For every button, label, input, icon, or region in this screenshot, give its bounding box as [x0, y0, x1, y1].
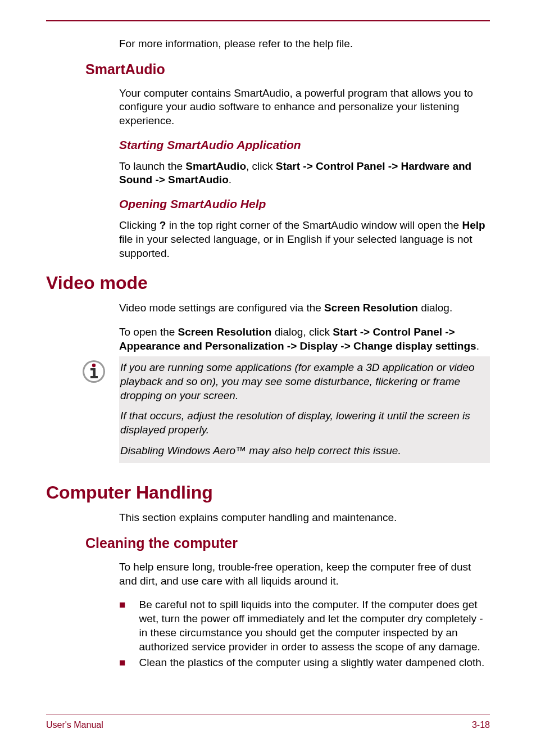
footer-left: User's Manual [46, 720, 103, 730]
bold-text: Help [462, 219, 485, 231]
text: Clicking [119, 219, 160, 231]
bold-text: Screen Resolution [178, 326, 272, 338]
svg-rect-5 [90, 376, 98, 378]
opening-para: Clicking ? in the top right corner of th… [119, 219, 490, 260]
smartaudio-para: Your computer contains SmartAudio, a pow… [119, 87, 490, 128]
starting-heading: Starting SmartAudio Application [119, 138, 490, 152]
text: . [476, 340, 479, 352]
text: dialog. [418, 302, 452, 314]
videomode-para2: To open the Screen Resolution dialog, cl… [119, 325, 490, 353]
bold-text: Screen Resolution [324, 302, 418, 314]
list-item: ■ Be careful not to spill liquids into t… [119, 598, 490, 654]
footer-right: 3-18 [472, 720, 490, 730]
info-icon [82, 360, 106, 383]
text: dialog, click [271, 326, 333, 338]
text: in the top right corner of the SmartAudi… [166, 219, 462, 231]
note-text-1: If you are running some applications (fo… [120, 361, 484, 402]
starting-para: To launch the SmartAudio, click Start ->… [119, 160, 490, 187]
svg-rect-4 [93, 368, 96, 377]
text: , click [246, 160, 276, 172]
videomode-para1: Video mode settings are configured via t… [119, 301, 490, 315]
svg-point-2 [92, 364, 96, 367]
cleaning-para: To help ensure long, trouble-free operat… [119, 560, 490, 588]
page-content: For more information, please refer to th… [0, 0, 536, 670]
text: file in your selected language, or in En… [119, 233, 472, 259]
list-text: Clean the plastics of the computer using… [139, 656, 484, 670]
note-box: If you are running some applications (fo… [119, 356, 490, 463]
intro-text: For more information, please refer to th… [119, 37, 490, 51]
cleaning-list: ■ Be careful not to spill liquids into t… [119, 598, 490, 669]
text: . [229, 174, 231, 185]
bold-text: SmartAudio [185, 160, 246, 172]
top-divider [46, 20, 490, 21]
videomode-heading: Video mode [46, 273, 490, 293]
handling-para: This section explains computer handling … [119, 511, 490, 525]
text: To launch the [119, 160, 185, 172]
cleaning-heading: Cleaning the computer [85, 535, 490, 551]
list-text: Be careful not to spill liquids into the… [139, 598, 490, 654]
bottom-divider [46, 714, 490, 714]
note-text-2: If that occurs, adjust the resolution of… [120, 409, 484, 437]
footer-row: User's Manual 3-18 [46, 720, 490, 730]
smartaudio-heading: SmartAudio [85, 61, 490, 78]
bullet-icon: ■ [119, 656, 125, 670]
note-text-3: Disabling Windows Aero™ may also help co… [120, 444, 484, 458]
bold-text: ? [160, 219, 166, 231]
handling-heading: Computer Handling [46, 482, 490, 503]
list-item: ■ Clean the plastics of the computer usi… [119, 656, 490, 670]
text: Video mode settings are configured via t… [119, 302, 324, 314]
page-footer: User's Manual 3-18 [46, 714, 490, 730]
bullet-icon: ■ [119, 598, 125, 612]
opening-heading: Opening SmartAudio Help [119, 197, 490, 211]
text: To open the [119, 326, 178, 338]
